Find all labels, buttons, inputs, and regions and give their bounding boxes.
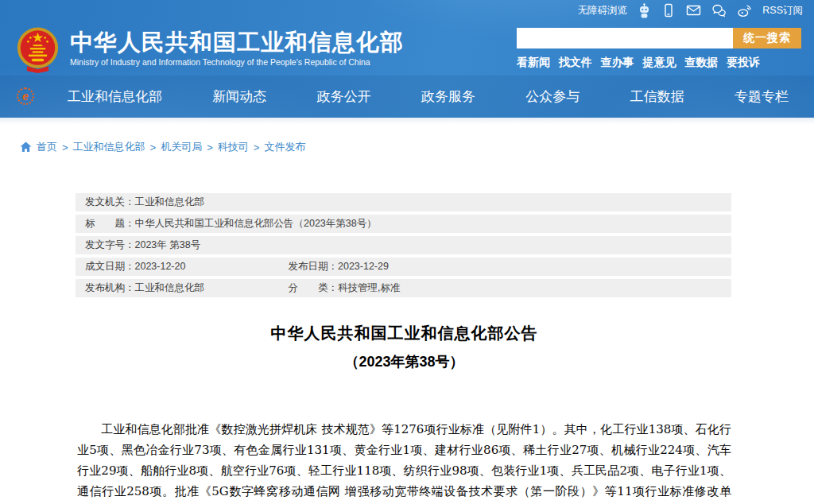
document-title: 中华人民共和国工业和信息化部公告 bbox=[77, 323, 731, 344]
header-divider bbox=[0, 118, 814, 123]
wechat-icon[interactable] bbox=[711, 3, 727, 17]
document-article: 中华人民共和国工业和信息化部公告 （2023年第38号） 工业和信息化部批准《数… bbox=[77, 323, 731, 504]
primary-nav: e 工业和信息化部 新闻动态 政务公开 政务服务 公众参与 工信数据 专题专栏 bbox=[0, 76, 814, 118]
quick-link-services[interactable]: 查办事 bbox=[601, 56, 634, 70]
quick-link-documents[interactable]: 找文件 bbox=[559, 56, 592, 70]
document-title-number: （2023年第38号） bbox=[77, 352, 731, 371]
national-emblem-icon bbox=[16, 26, 60, 74]
crumb-home[interactable]: 首页 bbox=[37, 140, 57, 154]
mobile-icon[interactable] bbox=[661, 3, 676, 17]
nav-item-gov-disclosure[interactable]: 政务公开 bbox=[317, 87, 371, 106]
quick-link-data[interactable]: 查数据 bbox=[684, 56, 718, 70]
quick-links: 看新闻 找文件 查办事 提意见 查数据 要投诉 bbox=[517, 56, 760, 70]
gov-gear-e-icon: e bbox=[17, 87, 34, 105]
nav-item-public-participation[interactable]: 公众参与 bbox=[525, 87, 579, 106]
search-area: 统一搜索 看新闻 找文件 查办事 提意见 查数据 要投诉 bbox=[517, 28, 801, 70]
crumb-science-tech-dept[interactable]: 科技司 bbox=[218, 140, 249, 154]
site-header: 无障碍浏览 bbox=[0, 0, 814, 118]
utility-bar: 无障碍浏览 bbox=[0, 0, 814, 21]
quick-link-complaints[interactable]: 要投诉 bbox=[727, 56, 760, 70]
home-icon[interactable] bbox=[20, 142, 32, 153]
document-paragraph: 工业和信息化部批准《数控激光拼焊机床 技术规范》等1276项行业标准（见附件1）… bbox=[77, 419, 731, 504]
site-title: 中华人民共和国工业和信息化部 bbox=[70, 29, 404, 56]
meta-row-publisher-category: 发布机构：工业和信息化部 分 类：科技管理,标准 bbox=[76, 279, 731, 297]
nav-item-news[interactable]: 新闻动态 bbox=[212, 87, 266, 106]
mail-icon[interactable] bbox=[686, 3, 701, 17]
meta-row-title: 标 题：中华人民共和国工业和信息化部公告（2023年第38号） bbox=[76, 215, 731, 233]
breadcrumb: 首页 > 工业和信息化部 > 机关司局 > 科技司 > 文件发布 bbox=[20, 140, 814, 154]
crumb-document-release: 文件发布 bbox=[264, 140, 305, 154]
crumb-departments[interactable]: 机关司局 bbox=[161, 140, 202, 154]
header-main: 中华人民共和国工业和信息化部 Ministry of Industry and … bbox=[0, 21, 814, 76]
robot-assistant-icon[interactable] bbox=[638, 3, 651, 18]
meta-row-doc-number: 发文字号：2023年 第38号 bbox=[76, 236, 731, 254]
search-button[interactable]: 统一搜索 bbox=[733, 28, 801, 48]
nav-item-miit[interactable]: 工业和信息化部 bbox=[68, 87, 162, 106]
rss-link[interactable]: RSS订阅 bbox=[762, 4, 803, 17]
nav-item-special-topics[interactable]: 专题专栏 bbox=[735, 87, 789, 106]
crumb-miit[interactable]: 工业和信息化部 bbox=[73, 140, 145, 154]
brand-text: 中华人民共和国工业和信息化部 Ministry of Industry and … bbox=[70, 29, 404, 67]
meta-row-dates: 成文日期：2023-12-20 发布日期：2023-12-29 bbox=[76, 258, 731, 276]
nav-item-mii-data[interactable]: 工信数据 bbox=[630, 87, 684, 106]
site-brand[interactable]: 中华人民共和国工业和信息化部 Ministry of Industry and … bbox=[16, 23, 404, 74]
search-input[interactable] bbox=[517, 28, 733, 48]
accessibility-link[interactable]: 无障碍浏览 bbox=[578, 4, 628, 17]
document-meta-table: 发文机关：工业和信息化部 标 题：中华人民共和国工业和信息化部公告（2023年第… bbox=[76, 193, 731, 297]
nav-item-gov-services[interactable]: 政务服务 bbox=[421, 87, 475, 106]
quick-link-feedback[interactable]: 提意见 bbox=[642, 56, 676, 70]
site-subtitle: Ministry of Industry and Information Tec… bbox=[70, 57, 404, 67]
quick-link-news[interactable]: 看新闻 bbox=[517, 56, 550, 70]
weibo-icon[interactable] bbox=[737, 3, 752, 17]
meta-row-issuing-authority: 发文机关：工业和信息化部 bbox=[76, 193, 731, 211]
miit-gov-page: 无障碍浏览 bbox=[0, 0, 814, 504]
